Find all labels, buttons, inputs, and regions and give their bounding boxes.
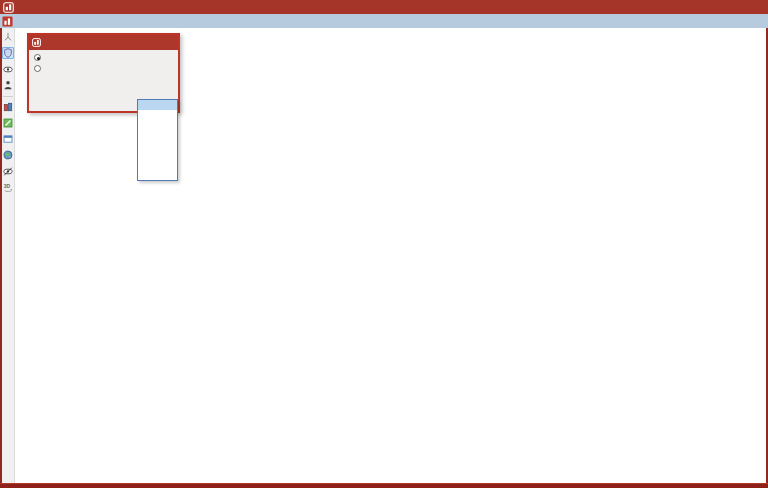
dropdown-option-level-6[interactable] — [138, 120, 177, 130]
dropdown-option-level-4[interactable] — [138, 140, 177, 150]
layers-icon[interactable] — [2, 101, 14, 113]
eye-off-icon[interactable] — [2, 165, 14, 177]
window-titlebar — [0, 0, 768, 14]
toolbar-divider — [3, 96, 13, 97]
dropdown-option-level-3[interactable] — [138, 150, 177, 160]
dropdown-option-level-7[interactable] — [138, 110, 177, 120]
diaphragm-dropdown-list — [137, 99, 178, 181]
pencil-icon[interactable] — [2, 117, 14, 129]
application-window: 3D — [0, 0, 768, 488]
left-toolbar: 3D — [2, 28, 15, 483]
shield-icon[interactable] — [2, 47, 14, 59]
globe-icon[interactable] — [2, 149, 14, 161]
app-logo-icon — [3, 2, 14, 13]
window-bottom-border — [0, 483, 768, 488]
dropdown-option-level-8[interactable] — [138, 100, 177, 110]
dialog-titlebar — [29, 35, 178, 50]
dropdown-option-level-5[interactable] — [138, 130, 177, 140]
assign-radio[interactable] — [34, 54, 41, 61]
delete-assignment-radio[interactable] — [34, 65, 41, 72]
delete-assignment-radio-row[interactable] — [34, 65, 178, 72]
figure-icon[interactable] — [2, 31, 14, 43]
window-icon[interactable] — [2, 133, 14, 145]
dropdown-option-level-2[interactable] — [138, 160, 177, 170]
assign-radio-row[interactable] — [34, 54, 178, 61]
model-view-icon — [2, 16, 13, 27]
dropdown-option-level-1[interactable] — [138, 170, 177, 180]
svg-text:3D: 3D — [4, 183, 11, 189]
view-tabbar — [0, 14, 768, 28]
eye-icon[interactable] — [2, 63, 14, 75]
rotate-3d-icon[interactable]: 3D — [2, 181, 14, 193]
dialog-logo-icon — [32, 38, 41, 47]
avatar-icon[interactable] — [2, 79, 14, 91]
